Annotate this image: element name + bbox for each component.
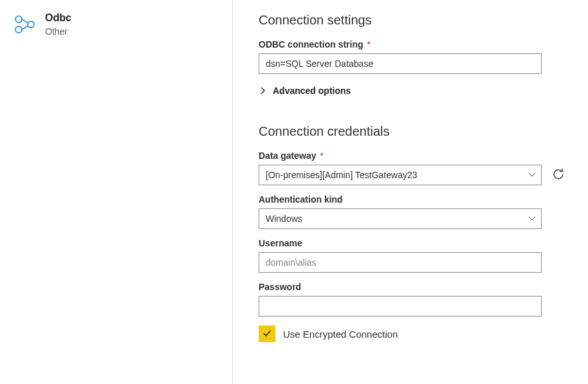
gateway-field: Data gateway * [On-premises][Admin] Test… <box>259 151 569 185</box>
refresh-gateway-button[interactable] <box>551 167 566 183</box>
svg-point-1 <box>15 26 22 33</box>
gateway-select-value: [On-premises][Admin] TestGateway23 <box>266 170 418 180</box>
encrypted-connection-field: Use Encrypted Connection <box>259 325 569 342</box>
form-panel: Connection settings ODBC connection stri… <box>233 0 588 384</box>
required-indicator: * <box>367 39 370 50</box>
required-indicator: * <box>320 151 323 161</box>
connector-info: Odbc Other <box>13 12 219 37</box>
advanced-options-toggle[interactable]: Advanced options <box>259 86 351 96</box>
checkmark-icon <box>262 328 272 340</box>
refresh-icon <box>551 167 565 183</box>
gateway-label-text: Data gateway <box>259 151 316 161</box>
chevron-down-icon <box>527 213 537 225</box>
username-input[interactable] <box>259 252 542 273</box>
password-label: Password <box>259 282 569 292</box>
settings-heading: Connection settings <box>259 13 569 28</box>
chevron-right-icon <box>259 86 268 95</box>
chevron-down-icon <box>527 169 537 181</box>
username-label: Username <box>259 238 569 248</box>
gateway-label: Data gateway * <box>259 151 569 161</box>
svg-line-4 <box>22 26 28 30</box>
connection-string-field: ODBC connection string * <box>259 39 569 74</box>
gateway-select[interactable]: [On-premises][Admin] TestGateway23 <box>259 165 542 185</box>
auth-kind-select-value: Windows <box>266 214 302 224</box>
username-field: Username <box>259 238 569 273</box>
password-input[interactable] <box>259 296 542 316</box>
encrypted-checkbox-label: Use Encrypted Connection <box>283 329 398 340</box>
auth-kind-field: Authentication kind Windows <box>259 194 569 229</box>
auth-kind-select[interactable]: Windows <box>259 208 542 229</box>
connection-string-label-text: ODBC connection string <box>259 39 363 50</box>
connection-string-label: ODBC connection string * <box>259 39 569 50</box>
svg-point-0 <box>15 16 22 23</box>
odbc-icon <box>13 12 36 35</box>
connection-string-input[interactable] <box>259 53 542 74</box>
svg-point-2 <box>28 21 34 28</box>
svg-line-3 <box>22 19 28 23</box>
password-field: Password <box>259 282 569 316</box>
connector-panel: Odbc Other <box>0 0 233 384</box>
auth-kind-label: Authentication kind <box>259 194 569 205</box>
advanced-options-label: Advanced options <box>273 86 351 96</box>
connector-subtitle: Other <box>45 26 71 37</box>
credentials-heading: Connection credentials <box>259 124 569 139</box>
encrypted-checkbox[interactable] <box>259 325 275 342</box>
connector-title: Odbc <box>45 12 71 24</box>
